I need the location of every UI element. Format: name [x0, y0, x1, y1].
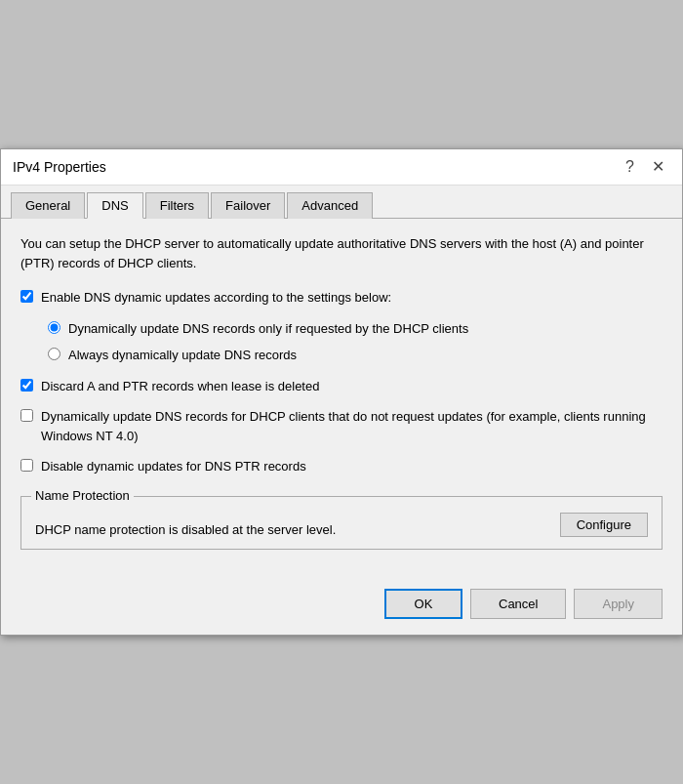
footer: OK Cancel Apply — [1, 579, 682, 635]
help-button[interactable]: ? — [620, 157, 640, 177]
content-area: You can setup the DHCP server to automat… — [1, 219, 682, 579]
discard-records-option-row: Discard A and PTR records when lease is … — [20, 377, 663, 396]
always-dynamically-label: Always dynamically update DNS records — [68, 346, 297, 365]
description-text: You can setup the DHCP server to automat… — [20, 234, 663, 272]
enable-dns-label: Enable DNS dynamic updates according to … — [41, 288, 391, 308]
name-protection-text: DHCP name protection is disabled at the … — [35, 522, 550, 537]
dialog-title: IPv4 Properties — [13, 159, 106, 175]
tab-filters[interactable]: Filters — [145, 192, 209, 219]
sub-options: Dynamically update DNS records only if r… — [48, 319, 663, 365]
dialog-window: IPv4 Properties ? ✕ General DNS Filters … — [0, 148, 683, 636]
disable-ptr-checkbox[interactable] — [20, 459, 33, 472]
enable-dns-checkbox[interactable] — [20, 290, 33, 303]
tab-general[interactable]: General — [11, 192, 85, 219]
dynamically-update-nt-row: Dynamically update DNS records for DHCP … — [20, 407, 663, 445]
discard-records-label: Discard A and PTR records when lease is … — [41, 377, 319, 396]
sub-option-row-1: Dynamically update DNS records only if r… — [48, 319, 663, 339]
name-protection-legend: Name Protection — [31, 488, 134, 503]
discard-records-checkbox[interactable] — [20, 379, 33, 392]
configure-button[interactable]: Configure — [560, 513, 648, 537]
disable-ptr-row: Disable dynamic updates for DNS PTR reco… — [20, 457, 663, 476]
title-bar-controls: ? ✕ — [620, 157, 670, 177]
dynamically-if-requested-radio[interactable] — [48, 321, 60, 334]
tab-failover[interactable]: Failover — [211, 192, 285, 219]
dynamically-update-nt-checkbox[interactable] — [20, 409, 33, 422]
tab-advanced[interactable]: Advanced — [287, 192, 373, 219]
cancel-button[interactable]: Cancel — [470, 589, 566, 619]
sub-option-row-2: Always dynamically update DNS records — [48, 346, 663, 365]
ok-button[interactable]: OK — [384, 589, 462, 619]
dynamically-if-requested-label: Dynamically update DNS records only if r… — [68, 319, 468, 339]
tab-strip: General DNS Filters Failover Advanced — [1, 186, 682, 219]
tab-dns[interactable]: DNS — [87, 192, 142, 219]
name-protection-content: DHCP name protection is disabled at the … — [35, 513, 648, 537]
disable-ptr-label: Disable dynamic updates for DNS PTR reco… — [41, 457, 306, 476]
always-dynamically-radio[interactable] — [48, 348, 60, 360]
name-protection-group: Name Protection DHCP name protection is … — [20, 496, 663, 550]
enable-dns-option-row: Enable DNS dynamic updates according to … — [20, 288, 663, 308]
close-button[interactable]: ✕ — [646, 157, 670, 177]
dynamically-update-nt-label: Dynamically update DNS records for DHCP … — [41, 407, 663, 445]
title-bar: IPv4 Properties ? ✕ — [1, 149, 682, 186]
apply-button[interactable]: Apply — [574, 589, 663, 619]
